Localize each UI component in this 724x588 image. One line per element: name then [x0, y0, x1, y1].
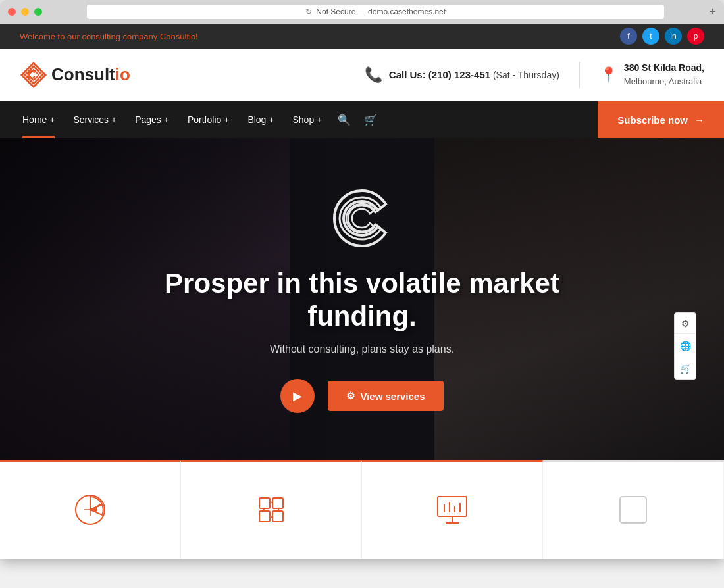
address-bar[interactable]: ↻ Not Secure — demo.casethemes.net	[87, 5, 664, 19]
svg-rect-18	[620, 497, 646, 523]
view-services-button[interactable]: ⚙ View services	[328, 381, 443, 411]
pinterest-icon[interactable]: p	[687, 28, 704, 45]
settings-sidebar-icon[interactable]: ⚙	[675, 313, 696, 334]
site-header: C Consultio 📞 Call Us: (210) 123-451 (Sa…	[0, 49, 724, 101]
welcome-text: Welcome to our consulting company	[20, 32, 160, 41]
phone-text: Call Us: (210) 123-451 (Sat - Thursday)	[389, 68, 559, 82]
main-navigation: Home + Services + Pages + Portfolio + Bl…	[0, 101, 724, 138]
placeholder-icon	[613, 490, 653, 532]
hero-buttons: ▶ ⚙ View services	[165, 379, 559, 413]
refresh-icon[interactable]: ↻	[305, 7, 312, 16]
address-contact: 📍 380 St Kilda Road, Melbourne, Australi…	[600, 61, 704, 88]
top-announcement-bar: Welcome to our consulting company Consul…	[0, 24, 724, 49]
website-content: Welcome to our consulting company Consul…	[0, 24, 724, 559]
cart-sidebar-icon[interactable]: 🛒	[675, 358, 696, 379]
service-card-4[interactable]	[543, 460, 724, 559]
search-icon[interactable]: 🔍	[331, 101, 357, 138]
services-icons-section	[0, 460, 724, 559]
play-video-button[interactable]: ▶	[280, 379, 315, 413]
view-services-label: View services	[360, 391, 425, 402]
linkedin-icon[interactable]: in	[665, 28, 682, 45]
presentation-icon	[432, 490, 472, 532]
new-tab-button[interactable]: +	[709, 5, 716, 19]
nav-item-portfolio[interactable]: Portfolio +	[178, 101, 238, 138]
svg-rect-6	[259, 498, 270, 508]
map-pin-icon: 📍	[600, 66, 617, 84]
header-divider	[579, 62, 580, 88]
hero-logo-icon	[165, 185, 559, 254]
phone-number: Call Us: (210) 123-451	[389, 69, 490, 80]
service-card-3[interactable]	[362, 460, 543, 559]
subscribe-arrow: →	[694, 114, 704, 126]
nav-item-pages[interactable]: Pages +	[126, 101, 178, 138]
subscribe-button[interactable]: Subscribe now →	[598, 101, 724, 138]
maximize-button[interactable]	[34, 8, 42, 16]
hero-c-logo-svg	[329, 185, 395, 251]
welcome-message: Welcome to our consulting company Consul…	[20, 32, 198, 41]
address-line1: 380 St Kilda Road,	[624, 61, 704, 75]
hero-content: Prosper in this volatile market funding.…	[165, 185, 559, 414]
service-card-1[interactable]	[0, 460, 181, 559]
brand-name-highlight: Consultio!	[160, 32, 198, 41]
hero-title: Prosper in this volatile market funding.	[165, 267, 559, 333]
minimize-button[interactable]	[21, 8, 29, 16]
subscribe-label: Subscribe now	[617, 114, 688, 126]
nav-items: Home + Services + Pages + Portfolio + Bl…	[0, 101, 598, 138]
puzzle-icon	[251, 490, 291, 532]
gear-icon: ⚙	[346, 390, 355, 402]
url-text: Not Secure — demo.casethemes.net	[316, 7, 446, 16]
cart-icon[interactable]: 🛒	[357, 101, 384, 138]
svg-rect-8	[259, 511, 270, 522]
nav-item-shop[interactable]: Shop +	[283, 101, 331, 138]
facebook-icon[interactable]: f	[620, 28, 637, 45]
service-card-2[interactable]	[181, 460, 362, 559]
phone-contact: 📞 Call Us: (210) 123-451 (Sat - Thursday…	[365, 66, 559, 84]
header-contact-info: 📞 Call Us: (210) 123-451 (Sat - Thursday…	[365, 61, 704, 88]
hero-section: ⚙ 🌐 🛒 Prosper in this volatile market fu…	[0, 138, 724, 460]
hero-subtitle: Without consulting, plans stay as plans.	[165, 343, 559, 355]
logo[interactable]: C Consultio	[20, 61, 130, 89]
browser-chrome: ↻ Not Secure — demo.casethemes.net + Wel…	[0, 0, 724, 559]
address-line2: Melbourne, Australia	[624, 76, 702, 86]
close-button[interactable]	[8, 8, 16, 16]
phone-hours: (Sat - Thursday)	[493, 70, 559, 80]
logo-icon: C	[20, 61, 47, 89]
globe-sidebar-icon[interactable]: 🌐	[675, 335, 696, 356]
nav-item-services[interactable]: Services +	[64, 101, 126, 138]
browser-titlebar: ↻ Not Secure — demo.casethemes.net +	[0, 0, 724, 24]
nav-item-blog[interactable]: Blog +	[238, 101, 283, 138]
svg-text:C: C	[27, 68, 36, 82]
phone-icon: 📞	[365, 66, 382, 84]
nav-item-home[interactable]: Home +	[13, 101, 64, 138]
chart-circle-icon	[70, 490, 110, 532]
sidebar-tools: ⚙ 🌐 🛒	[674, 312, 696, 380]
svg-rect-10	[438, 497, 467, 516]
svg-rect-7	[272, 498, 283, 508]
social-icons-group: f t in p	[620, 28, 704, 45]
twitter-icon[interactable]: t	[642, 28, 659, 45]
address-text: 380 St Kilda Road, Melbourne, Australia	[624, 61, 704, 88]
svg-rect-9	[272, 511, 283, 522]
logo-text: Consultio	[51, 64, 130, 85]
